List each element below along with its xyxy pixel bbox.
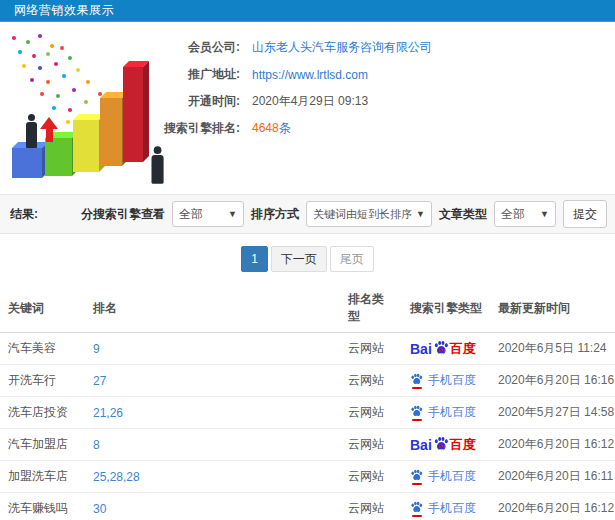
promo-url-link[interactable]: https://www.lrtlsd.com xyxy=(252,68,368,82)
mobile-paw-icon xyxy=(410,405,423,421)
rank-type-cell: 云网站 xyxy=(340,333,402,365)
engine-filter-select[interactable]: 全部 ▼ xyxy=(172,201,244,227)
svg-text:du: du xyxy=(438,347,444,353)
last-page-button[interactable]: 尾页 xyxy=(330,246,374,272)
businessman-figure-right xyxy=(150,146,163,183)
engine-type-cell: Bai du 百度 xyxy=(402,461,490,493)
company-name-link[interactable]: 山东老人头汽车服务咨询有限公司 xyxy=(252,39,432,56)
keyword-cell: 开洗车行 xyxy=(0,365,85,397)
rank-unit: 条 xyxy=(279,121,291,135)
results-table: 关键词 排名 排名类型 搜索引擎类型 最新更新时间 汽车美容 9 云网站 Bai… xyxy=(0,284,615,520)
table-row: 洗车店投资 21,26 云网站 Bai du 百度 xyxy=(0,397,615,429)
illustration-bar-orange xyxy=(100,98,122,166)
baidu-logo-icon: Bai du 百度 xyxy=(410,436,476,452)
mobile-paw-icon xyxy=(410,501,423,517)
keyword-cell: 洗车店投资 xyxy=(0,397,85,429)
rank-type-cell: 云网站 xyxy=(340,461,402,493)
top-title-bar: 网络营销效果展示 xyxy=(0,0,615,22)
mobile-baidu-icon: 手机百度 xyxy=(410,372,476,389)
update-time-cell: 2020年6月20日 16:12 xyxy=(490,493,615,520)
rank-link[interactable]: 30 xyxy=(85,493,340,520)
keyword-cell: 汽车加盟店 xyxy=(0,429,85,461)
mobile-paw-icon xyxy=(410,373,423,389)
rank-type-cell: 云网站 xyxy=(340,397,402,429)
baidu-paw-icon: du xyxy=(433,436,449,452)
article-type-value: 全部 xyxy=(501,206,525,223)
info-row-engine-rank: 搜索引擎排名: 4648条 xyxy=(150,115,615,142)
engine-rank-label: 搜索引擎排名: xyxy=(150,120,240,137)
sort-label: 排序方式 xyxy=(251,206,299,223)
businessman-figure-left xyxy=(25,114,37,148)
engine-filter-label: 分搜索引擎查看 xyxy=(81,206,165,223)
engine-type-cell: Bai du 百度 xyxy=(402,365,490,397)
rank-type-cell: 云网站 xyxy=(340,365,402,397)
header-keyword: 关键词 xyxy=(0,284,85,333)
result-section-label: 结果: xyxy=(10,206,38,223)
update-time-cell: 2020年6月20日 16:11 xyxy=(490,461,615,493)
illustration-bar-yellow xyxy=(73,120,99,172)
rank-link[interactable]: 27 xyxy=(85,365,340,397)
header-engine-type: 搜索引擎类型 xyxy=(402,284,490,333)
rank-type-cell: 云网站 xyxy=(340,493,402,520)
svg-text:du: du xyxy=(438,443,444,449)
article-type-select[interactable]: 全部 ▼ xyxy=(494,201,556,227)
rank-link[interactable]: 9 xyxy=(85,333,340,365)
mobile-baidu-icon: 手机百度 xyxy=(410,500,476,517)
rank-count: 4648 xyxy=(252,121,279,135)
article-type-label: 文章类型 xyxy=(439,206,487,223)
page-title: 网络营销效果展示 xyxy=(14,2,114,19)
illustration-bar-blue xyxy=(12,148,42,178)
baidu-paw-icon: du xyxy=(433,340,449,356)
company-info-panel: 会员公司: 山东老人头汽车服务咨询有限公司 推广地址: https://www.… xyxy=(150,34,615,142)
mobile-baidu-icon: 手机百度 xyxy=(410,468,476,485)
info-row-open-time: 开通时间: 2020年4月29日 09:13 xyxy=(150,88,615,115)
submit-button[interactable]: 提交 xyxy=(563,200,607,228)
engine-type-cell: Bai du 百度 xyxy=(402,397,490,429)
header-rank: 排名 xyxy=(85,284,340,333)
keyword-cell: 加盟洗车店 xyxy=(0,461,85,493)
header-rank-type: 排名类型 xyxy=(340,284,402,333)
table-header-row: 关键词 排名 排名类型 搜索引擎类型 最新更新时间 xyxy=(0,284,615,333)
header-update-time: 最新更新时间 xyxy=(490,284,615,333)
confetti-decoration xyxy=(12,36,16,40)
pagination: 1 下一页 尾页 xyxy=(0,246,615,272)
engine-rank-value: 4648条 xyxy=(252,120,291,137)
page-button-1[interactable]: 1 xyxy=(241,246,268,272)
rank-link[interactable]: 25,28,28 xyxy=(85,461,340,493)
illustration-bar-red xyxy=(123,67,143,162)
chevron-down-icon: ▼ xyxy=(228,209,237,219)
table-row: 洗车赚钱吗 30 云网站 Bai du 百度 xyxy=(0,493,615,520)
company-label: 会员公司: xyxy=(150,39,240,56)
chevron-down-icon: ▼ xyxy=(416,209,425,219)
rank-link[interactable]: 8 xyxy=(85,429,340,461)
open-time-value: 2020年4月29日 09:13 xyxy=(252,93,368,110)
chevron-down-icon: ▼ xyxy=(540,209,549,219)
hero-section: 会员公司: 山东老人头汽车服务咨询有限公司 推广地址: https://www.… xyxy=(0,22,615,194)
keyword-cell: 汽车美容 xyxy=(0,333,85,365)
illustration-bar-green xyxy=(45,138,72,176)
next-page-button[interactable]: 下一页 xyxy=(271,246,327,272)
mobile-baidu-icon: 手机百度 xyxy=(410,404,476,421)
baidu-logo-icon: Bai du 百度 xyxy=(410,340,476,356)
up-arrow-icon xyxy=(40,114,58,142)
info-row-url: 推广地址: https://www.lrtlsd.com xyxy=(150,61,615,88)
table-row: 汽车加盟店 8 云网站 Bai du 百度 xyxy=(0,429,615,461)
promo-url-label: 推广地址: xyxy=(150,66,240,83)
open-time-label: 开通时间: xyxy=(150,93,240,110)
sort-value: 关键词由短到长排序 xyxy=(313,207,412,222)
engine-type-cell: Bai du 百度 xyxy=(402,333,490,365)
filter-bar: 结果: 分搜索引擎查看 全部 ▼ 排序方式 关键词由短到长排序 ▼ 文章类型 全… xyxy=(0,194,615,234)
rank-type-cell: 云网站 xyxy=(340,429,402,461)
rank-link[interactable]: 21,26 xyxy=(85,397,340,429)
filter-controls: 分搜索引擎查看 全部 ▼ 排序方式 关键词由短到长排序 ▼ 文章类型 全部 ▼ … xyxy=(81,200,607,228)
update-time-cell: 2020年6月20日 16:16 xyxy=(490,365,615,397)
table-row: 汽车美容 9 云网站 Bai du 百度 xyxy=(0,333,615,365)
engine-type-cell: Bai du 百度 xyxy=(402,429,490,461)
table-row: 加盟洗车店 25,28,28 云网站 Bai du 百度 xyxy=(0,461,615,493)
engine-type-cell: Bai du 百度 xyxy=(402,493,490,520)
table-row: 开洗车行 27 云网站 Bai du 百度 xyxy=(0,365,615,397)
sort-select[interactable]: 关键词由短到长排序 ▼ xyxy=(306,201,432,227)
update-time-cell: 2020年6月5日 11:24 xyxy=(490,333,615,365)
mobile-paw-icon xyxy=(410,469,423,485)
update-time-cell: 2020年5月27日 14:58 xyxy=(490,397,615,429)
